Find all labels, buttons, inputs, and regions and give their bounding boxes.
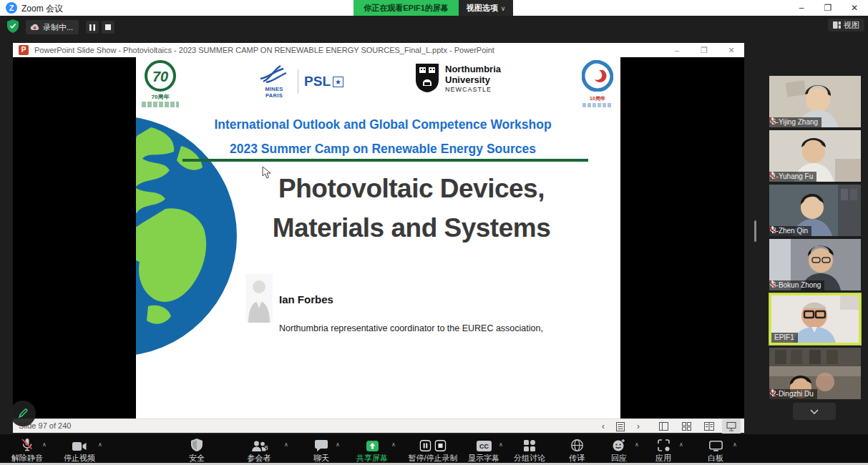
pause-recording-button[interactable] xyxy=(86,21,99,34)
participant-name: 6-Bokun Zhong xyxy=(772,281,821,289)
slideshow-stage: 70 70周年 MINES PARIS PSL ★ xyxy=(13,57,744,418)
participant-name: 1-Yuhang Fu xyxy=(772,172,813,180)
next-slide-button[interactable]: › xyxy=(629,419,648,434)
interpretation-button[interactable]: 传译 xyxy=(569,437,585,464)
close-button[interactable]: ✕ xyxy=(844,0,865,16)
stop-recording-icon xyxy=(435,440,447,451)
anniversary-10-logo: 10周年 xyxy=(577,60,618,107)
main-title-line2: Materials and Systems xyxy=(243,208,580,248)
pause-stop-recording-button[interactable]: 暂停/停止录制 xyxy=(408,437,457,464)
reactions-label: 回应 xyxy=(611,453,627,464)
participant-video-zhen-qin[interactable]: 3-Zhen Qin xyxy=(769,185,861,236)
slideshow-view-button[interactable] xyxy=(722,419,741,434)
share-options-chevron[interactable]: ∧ xyxy=(391,441,396,448)
globe-icon xyxy=(571,439,583,451)
interpretation-label: 传译 xyxy=(569,453,585,464)
reactions-button[interactable]: 回应 xyxy=(611,437,627,464)
speaker-role: Northumbria representative coordinator t… xyxy=(279,323,543,333)
captions-options-chevron[interactable]: ∧ xyxy=(499,441,503,448)
participant-video-yuhang-fu[interactable]: 1-Yuhang Fu xyxy=(769,130,861,182)
apps-icon xyxy=(658,439,670,451)
participant-video-epif1-active-speaker[interactable]: EPIF1 xyxy=(769,293,861,345)
unmute-button[interactable]: 解除静音 xyxy=(11,437,43,464)
svg-text:CC: CC xyxy=(479,443,489,450)
northumbria-line2: University xyxy=(445,74,501,85)
restore-button[interactable]: ❐ xyxy=(817,0,839,16)
watching-screen-banner: 你正在观看EPIF1的屏幕 xyxy=(353,0,459,16)
unmute-label: 解除静音 xyxy=(11,453,43,464)
reactions-options-chevron[interactable]: ∧ xyxy=(635,441,639,448)
stop-video-button[interactable]: 停止视频 xyxy=(64,437,95,464)
logo-70-caption: 70周年 xyxy=(137,93,183,101)
powerpoint-titlebar[interactable]: P PowerPoint Slide Show - Photovioltaics… xyxy=(13,43,744,57)
view-options-label: 视图选项 xyxy=(467,4,498,12)
ppt-close-button[interactable]: ✕ xyxy=(720,43,743,57)
apps-button[interactable]: 应用 xyxy=(655,437,671,464)
pause-stop-recording-label: 暂停/停止录制 xyxy=(408,453,457,464)
chevron-down-icon xyxy=(810,409,819,414)
participant-video-yijing-zhang[interactable]: 5-Yijing Zhang xyxy=(769,76,861,127)
recording-label: 录制中... xyxy=(43,22,73,33)
psl-star-icon: ★ xyxy=(333,77,343,87)
powerpoint-status-bar: Slide 97 of 240 ‹ › xyxy=(13,418,744,433)
reading-view-button[interactable] xyxy=(700,419,718,434)
slide-menu-button[interactable] xyxy=(611,419,630,434)
participant-video-bokun-zhong[interactable]: 6-Bokun Zhong xyxy=(769,239,861,290)
layout-grid-icon xyxy=(833,21,841,29)
ppt-minimize-button[interactable]: – xyxy=(665,43,688,57)
pause-recording-icon xyxy=(420,440,431,451)
stop-recording-button[interactable] xyxy=(102,21,114,34)
breakout-rooms-button[interactable]: 分组讨论 xyxy=(514,437,545,464)
zoom-logo-icon: Z xyxy=(6,2,17,14)
pause-icon xyxy=(89,24,95,31)
breakout-grid-icon xyxy=(524,440,535,451)
stop-video-label: 停止视频 xyxy=(64,453,95,464)
view-layout-button[interactable]: 视图 xyxy=(828,19,864,31)
share-screen-button[interactable]: 共享屏幕 xyxy=(356,437,388,464)
northumbria-line3: NEWCASTLE xyxy=(445,86,501,93)
microphone-muted-icon xyxy=(21,438,34,451)
captions-button[interactable]: CC 显示字幕 xyxy=(468,437,499,464)
window-title: Zoom 会议 xyxy=(21,3,63,15)
participant-video-dingzhi-du[interactable]: 2-Dingzhi Du xyxy=(769,348,861,399)
view-button-label: 视图 xyxy=(844,20,859,31)
view-options-button[interactable]: 视图选项∨ xyxy=(459,0,513,16)
mines-swoosh-icon xyxy=(259,64,289,83)
muted-mic-icon xyxy=(769,226,776,234)
slide-sorter-icon xyxy=(682,422,691,431)
slide-sorter-view-button[interactable] xyxy=(677,419,696,434)
chat-button[interactable]: 聊天 xyxy=(313,437,329,464)
muted-mic-icon xyxy=(769,389,776,397)
minimize-button[interactable]: – xyxy=(791,0,812,16)
whiteboard-button[interactable]: 白板 xyxy=(708,437,723,464)
participant-name: 3-Zhen Qin xyxy=(772,227,808,235)
chat-options-chevron[interactable]: ∧ xyxy=(336,441,340,448)
whiteboard-label: 白板 xyxy=(708,453,723,464)
slide-canvas[interactable]: 70 70周年 MINES PARIS PSL ★ xyxy=(136,57,620,418)
powerpoint-window: P PowerPoint Slide Show - Photovioltaics… xyxy=(13,43,744,433)
logo-70-number: 70 xyxy=(145,60,176,92)
apps-options-chevron[interactable]: ∧ xyxy=(679,441,683,448)
ppt-restore-button[interactable]: ❐ xyxy=(693,43,716,57)
recording-indicator[interactable]: 录制中... xyxy=(26,20,79,34)
annotation-tools-button[interactable] xyxy=(10,401,36,426)
security-button[interactable]: 安全 xyxy=(189,437,205,464)
collapse-thumbnails-button[interactable] xyxy=(793,403,836,420)
normal-view-button[interactable] xyxy=(654,419,673,434)
mines-paris-psl-logo: MINES PARIS PSL ★ xyxy=(256,64,343,99)
participant-name-badge: 2-Dingzhi Du xyxy=(769,389,817,399)
participants-options-chevron[interactable]: ∧ xyxy=(284,441,288,448)
camera-icon xyxy=(72,441,87,451)
chat-label: 聊天 xyxy=(313,453,329,464)
apps-label: 应用 xyxy=(655,453,671,464)
mouse-cursor xyxy=(262,166,271,179)
video-options-chevron[interactable]: ∧ xyxy=(98,441,102,448)
panel-collapse-handle[interactable] xyxy=(754,220,756,242)
participants-button[interactable]: 8 参会者 xyxy=(248,437,271,464)
whiteboard-options-chevron[interactable]: ∧ xyxy=(733,441,737,448)
logo-70-microtext xyxy=(142,102,179,107)
psl-label: PSL xyxy=(304,74,331,89)
previous-slide-button[interactable]: ‹ xyxy=(594,419,613,434)
audio-options-chevron[interactable]: ∧ xyxy=(42,441,47,448)
pencil-icon xyxy=(17,408,29,419)
